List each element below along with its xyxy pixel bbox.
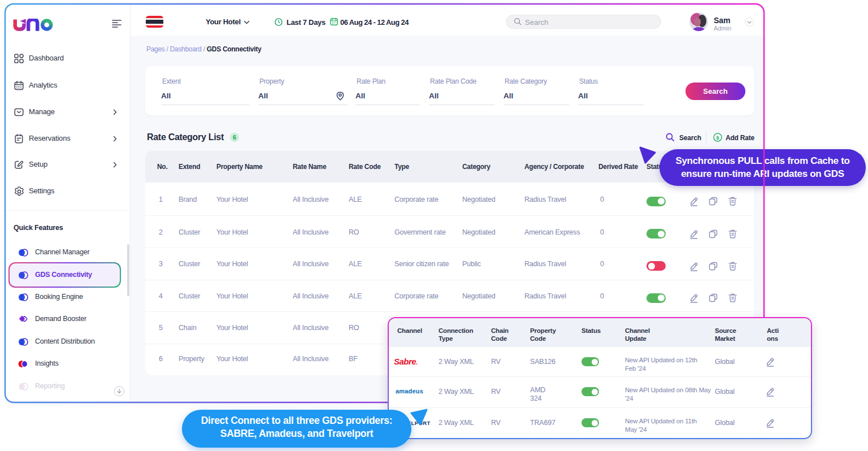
svg-text:$: $ [716, 135, 719, 141]
